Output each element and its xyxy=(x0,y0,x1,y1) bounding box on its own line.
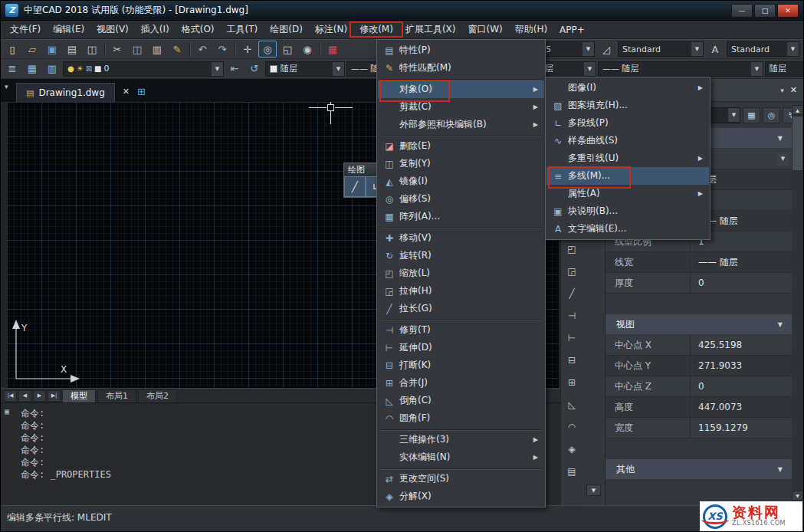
menu-item[interactable]: ▤ 特性(P) xyxy=(378,41,544,59)
menubar-item[interactable]: 标注(N) xyxy=(309,21,353,38)
panel-menu-icon[interactable]: ▾ xyxy=(780,87,784,94)
scroll-down-icon[interactable]: ▼ xyxy=(586,484,601,496)
prev-tab-button[interactable]: ◀ xyxy=(18,390,31,402)
new-file-icon[interactable]: ▯ xyxy=(3,41,21,57)
maximize-button[interactable]: □ xyxy=(754,4,776,18)
layer-isolate-icon[interactable]: ▥ xyxy=(43,61,61,77)
menu-item[interactable]: 剪裁(C) ▶ xyxy=(378,98,544,116)
property-value[interactable]: 447.0073 xyxy=(690,397,792,417)
menu-item[interactable]: ▨ 图案填充(H)... xyxy=(546,97,709,114)
property-value[interactable]: 425.5198 xyxy=(690,335,792,355)
dropdown-arrow-icon[interactable]: ▼ xyxy=(582,42,594,56)
menu-item[interactable]: ◪ 删除(E) xyxy=(378,137,544,155)
dropdown-arrow-icon[interactable]: ▼ xyxy=(584,62,596,76)
collapse-icon[interactable]: ▼ xyxy=(778,466,792,473)
select-objects-icon[interactable]: ◎ xyxy=(763,107,780,123)
properties-scrollbar[interactable]: ▲ ▼ xyxy=(792,105,803,501)
menu-item[interactable]: ≡ 多线(M)... xyxy=(546,167,709,185)
zoom-realtime-icon[interactable]: ◎ xyxy=(258,41,277,57)
property-value[interactable]: —— 随层 xyxy=(690,252,792,272)
menu-item[interactable]: ∟ 多段线(P) xyxy=(546,114,709,132)
menubar-item[interactable]: 格式(O) xyxy=(176,21,221,38)
trim-icon[interactable]: ⊣ xyxy=(563,307,580,324)
first-tab-button[interactable]: |◀ xyxy=(4,390,17,402)
lengthen-icon[interactable]: ╱ xyxy=(563,285,580,302)
property-value[interactable]: 271.9033 xyxy=(690,356,792,376)
last-tab-button[interactable]: ▶| xyxy=(48,390,61,402)
extend-icon[interactable]: ⊢ xyxy=(563,330,580,346)
dimension-style-icon[interactable]: ◿ xyxy=(597,41,615,57)
undo-icon[interactable]: ↶ xyxy=(193,41,212,57)
next-tab-button[interactable]: ▶ xyxy=(33,390,46,402)
new-tab-icon[interactable]: ⊞ xyxy=(137,86,146,97)
menubar-item[interactable]: 帮助(H) xyxy=(509,21,553,38)
properties-tool-icon[interactable]: ▤ xyxy=(563,463,580,480)
tablestyle-combo[interactable]: Standard ▼ xyxy=(727,41,799,57)
plotstyle-combo[interactable]: —— 随层 ▼ xyxy=(598,61,763,77)
layer-previous-icon[interactable]: ↺ xyxy=(245,61,264,77)
dropdown-arrow-icon[interactable]: ▼ xyxy=(691,42,703,56)
property-value[interactable]: 0 xyxy=(690,273,792,293)
menu-item[interactable]: ◎ 偏移(S) xyxy=(378,190,544,208)
layout-tab[interactable]: 布局1 xyxy=(97,389,136,402)
textstyle-combo[interactable]: Standard ▼ xyxy=(618,41,704,57)
menu-item[interactable]: 外部参照和块编辑(B) ▶ xyxy=(378,116,544,133)
menubar-item[interactable]: 编辑(E) xyxy=(47,21,90,38)
menu-item[interactable]: 实体编辑(N) ▶ xyxy=(378,448,544,466)
collapse-icon[interactable]: ▼ xyxy=(778,321,792,328)
menubar-item[interactable]: 绘图(D) xyxy=(264,21,309,38)
dropdown-arrow-icon[interactable]: ▼ xyxy=(333,62,344,76)
dropdown-arrow-icon[interactable]: ▼ xyxy=(777,153,789,166)
close-icon[interactable]: ✕ xyxy=(790,85,797,95)
collapse-icon[interactable]: ▼ xyxy=(778,135,792,142)
quick-select-icon[interactable]: ▦ xyxy=(743,107,760,123)
layer-combo[interactable]: ● ☀ ⊠ ■ 0 ▼ xyxy=(63,61,224,77)
stretch-icon[interactable]: ◲ xyxy=(563,263,580,280)
menu-item[interactable]: ◺ 倒角(C) xyxy=(378,392,544,409)
menubar-item[interactable]: 修改(M) xyxy=(353,21,399,38)
minimize-button[interactable]: — xyxy=(731,4,753,18)
menu-item[interactable]: ◭ 镜像(I) xyxy=(378,172,544,190)
menubar-item[interactable]: 文件(F) xyxy=(4,21,47,38)
menu-item[interactable]: ↻ 旋转(R) xyxy=(378,247,544,264)
break-icon[interactable]: ⊟ xyxy=(563,352,580,369)
menu-item[interactable]: ▣ 块说明(B)... xyxy=(546,202,709,220)
menu-item[interactable]: ◫ 复制(Y) xyxy=(378,155,544,172)
text-style-icon[interactable]: A xyxy=(706,41,724,57)
menu-item[interactable]: ⇄ 更改空间(S) xyxy=(378,470,544,488)
dropdown-arrow-icon[interactable]: ▼ xyxy=(787,42,799,56)
cut-icon[interactable]: ✂ xyxy=(108,41,126,57)
zoom-window-icon[interactable]: ◱ xyxy=(278,41,297,57)
menu-item[interactable]: ∿ 样条曲线(S) xyxy=(546,132,709,149)
copy-icon[interactable]: ◫ xyxy=(128,41,146,57)
menu-item[interactable]: ✎ 特性匹配(M) xyxy=(378,59,544,77)
scroll-down-icon[interactable]: ▼ xyxy=(792,491,803,501)
layout-tab[interactable]: 布局2 xyxy=(138,389,177,402)
dropdown-arrow-icon[interactable]: ▼ xyxy=(751,62,763,76)
join-icon[interactable]: ⊞ xyxy=(563,374,580,391)
menubar-item[interactable]: 视图(V) xyxy=(90,21,135,38)
make-object-layer-current-icon[interactable]: ⇤ xyxy=(225,61,244,77)
extra-combo[interactable]: 随层 ▼ xyxy=(765,61,804,77)
layer-properties-icon[interactable]: ≣ xyxy=(3,61,21,77)
menu-item[interactable]: 属性(A) ▶ xyxy=(546,185,709,202)
save-icon[interactable]: ▣ xyxy=(43,41,61,57)
menu-item[interactable]: ⊞ 合并(J) xyxy=(378,374,544,392)
menubar-item[interactable]: 窗口(W) xyxy=(461,21,508,38)
toolbox-icon[interactable]: ▦ xyxy=(323,41,342,57)
preview-icon[interactable]: ◫ xyxy=(83,41,101,57)
menubar-item[interactable]: 插入(I) xyxy=(135,21,176,38)
drawing-tab[interactable]: ▤ Drawing1.dwg xyxy=(16,83,115,102)
layer-states-icon[interactable]: ▦ xyxy=(23,61,41,77)
menu-item[interactable]: 对象(O) ▶ xyxy=(378,80,544,98)
menubar-item[interactable]: 扩展工具(X) xyxy=(399,21,462,38)
section-other[interactable]: 其他 ▼ xyxy=(605,459,792,479)
color-combo[interactable]: 随层 ▼ xyxy=(265,61,345,77)
menubar-item[interactable]: 工具(T) xyxy=(221,21,264,38)
menu-item[interactable]: ✚ 移动(V) xyxy=(378,229,544,247)
scroll-thumb[interactable] xyxy=(792,116,803,171)
property-value[interactable]: 0 xyxy=(690,376,792,396)
zoom-previous-icon[interactable]: ◉ xyxy=(298,41,317,57)
property-value[interactable]: 1159.1279 xyxy=(690,418,792,438)
paste-icon[interactable]: ▥ xyxy=(148,41,166,57)
